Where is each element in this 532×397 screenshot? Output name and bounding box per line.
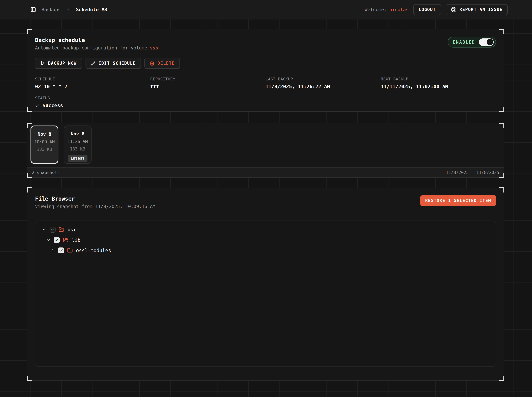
welcome-text: Welcome, nicolas xyxy=(365,7,409,12)
snapshot-date-range: 11/8/2025 – 11/8/2025 xyxy=(446,170,499,175)
file-browser-subtitle: Viewing snapshot from 11/8/2025, 10:09:1… xyxy=(35,204,155,209)
logout-button[interactable]: LOGOUT xyxy=(413,4,441,15)
breadcrumb-section[interactable]: Backups xyxy=(42,7,61,12)
schedule-fields: SCHEDULE 02 10 * * 2 REPOSITORY ttt LAST… xyxy=(35,77,496,89)
corner-bracket xyxy=(499,173,504,178)
snapshots-card: Nov 8 10:09 AM 133 KB Nov 8 11:26 AM 133… xyxy=(27,123,504,178)
field-schedule: SCHEDULE 02 10 * * 2 xyxy=(35,77,150,89)
latest-badge: Latest xyxy=(68,155,88,162)
life-buoy-icon xyxy=(451,7,456,12)
backup-schedule-card: Backup schedule Automated backup configu… xyxy=(27,29,504,112)
corner-bracket xyxy=(499,123,504,128)
backup-now-button[interactable]: BACKUP NOW xyxy=(35,58,82,69)
snapshot-tile[interactable]: Nov 8 11:26 AM 133 KB Latest xyxy=(64,125,92,164)
file-browser-title: File Browser xyxy=(35,195,155,202)
check-icon xyxy=(35,103,40,108)
snapshots-footer: 2 snapshots 11/8/2025 – 11/8/2025 xyxy=(27,167,504,177)
status-label: STATUS xyxy=(35,96,496,100)
toggle-switch[interactable] xyxy=(479,38,494,46)
corner-bracket xyxy=(27,187,32,192)
delete-button[interactable]: DELETE xyxy=(145,58,180,69)
enabled-toggle[interactable]: ENABLED xyxy=(448,37,496,48)
corner-bracket xyxy=(499,107,504,112)
tree-row-lib[interactable]: lib xyxy=(35,235,496,245)
chevron-right-icon[interactable] xyxy=(50,248,55,253)
corner-bracket xyxy=(27,173,32,178)
file-browser-card: File Browser Viewing snapshot from 11/8/… xyxy=(27,188,504,381)
corner-bracket xyxy=(27,107,32,112)
field-next-backup: NEXT BACKUP 11/11/2025, 11:02:00 AM xyxy=(381,77,496,89)
enabled-label: ENABLED xyxy=(453,40,475,45)
corner-bracket xyxy=(499,376,504,381)
report-issue-button[interactable]: REPORT AN ISSUE xyxy=(446,4,508,15)
snapshot-tile[interactable]: Nov 8 10:09 AM 133 KB xyxy=(31,125,58,164)
tree-row-ossl-modules[interactable]: ossl-modules xyxy=(35,245,496,256)
snapshot-list: Nov 8 10:09 AM 133 KB Nov 8 11:26 AM 133… xyxy=(27,123,504,167)
chevron-down-icon[interactable] xyxy=(42,227,46,232)
pencil-icon xyxy=(91,61,95,66)
file-tree-panel: usr lib xyxy=(35,221,496,366)
checkbox-lib[interactable] xyxy=(54,237,60,243)
breadcrumb: Backups Schedule #3 xyxy=(31,7,107,12)
status-block: STATUS Success xyxy=(35,96,496,108)
card-subtitle: Automated backup configuration for volum… xyxy=(35,45,496,51)
tree-row-usr[interactable]: usr xyxy=(35,224,496,235)
field-last-backup: LAST BACKUP 11/8/2025, 11:26:22 AM xyxy=(266,77,381,89)
folder-open-icon xyxy=(63,237,69,243)
topbar: Backups Schedule #3 Welcome, nicolas LOG… xyxy=(0,0,532,19)
checkbox-usr[interactable] xyxy=(50,227,56,233)
card-title: Backup schedule xyxy=(35,37,496,43)
corner-bracket xyxy=(27,123,32,128)
corner-bracket xyxy=(27,376,32,381)
field-repository: REPOSITORY ttt xyxy=(150,77,266,89)
panel-left-icon xyxy=(31,7,36,12)
corner-bracket xyxy=(27,29,32,34)
edit-schedule-button[interactable]: EDIT SCHEDULE xyxy=(86,58,141,69)
snapshot-count: 2 snapshots xyxy=(32,170,60,175)
checkbox-ossl-modules[interactable] xyxy=(58,248,64,253)
restore-button[interactable]: RESTORE 1 SELECTED ITEM xyxy=(420,195,496,206)
breadcrumb-page: Schedule #3 xyxy=(76,7,107,12)
username: nicolas xyxy=(389,7,408,12)
trash-icon xyxy=(150,61,154,66)
folder-open-icon xyxy=(59,227,64,232)
sidebar-toggle-button[interactable] xyxy=(31,7,36,12)
main-content: Backup schedule Automated backup configu… xyxy=(0,19,532,397)
chevron-right-icon xyxy=(66,7,70,12)
corner-bracket xyxy=(499,29,504,34)
corner-bracket xyxy=(499,187,504,192)
toggle-knob xyxy=(487,39,493,45)
chevron-down-icon[interactable] xyxy=(46,238,51,242)
folder-icon xyxy=(67,248,73,253)
status-value: Success xyxy=(35,103,496,108)
volume-name: sss xyxy=(150,45,158,51)
play-icon xyxy=(40,61,45,66)
